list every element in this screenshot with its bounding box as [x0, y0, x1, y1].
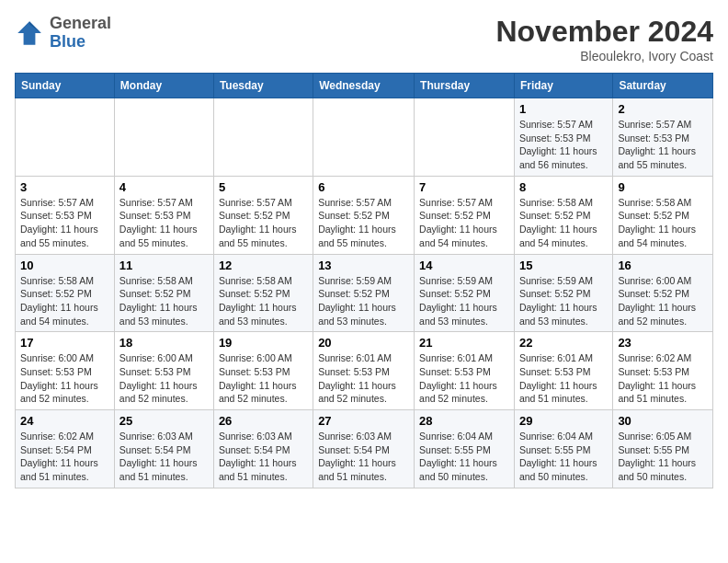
day-info: Sunrise: 5:58 AMSunset: 5:52 PMDaylight:…	[219, 274, 308, 328]
header-row: SundayMondayTuesdayWednesdayThursdayFrid…	[16, 74, 713, 98]
day-number: 25	[119, 414, 209, 428]
day-info: Sunrise: 5:57 AMSunset: 5:53 PMDaylight:…	[20, 196, 109, 250]
day-info: Sunrise: 6:05 AMSunset: 5:55 PMDaylight:…	[618, 430, 708, 484]
calendar-cell: 18Sunrise: 6:00 AMSunset: 5:53 PMDayligh…	[114, 332, 213, 410]
day-number: 1	[519, 102, 608, 116]
calendar-cell: 23Sunrise: 6:02 AMSunset: 5:53 PMDayligh…	[613, 332, 713, 410]
week-row-2: 3Sunrise: 5:57 AMSunset: 5:53 PMDaylight…	[16, 176, 713, 254]
day-number: 5	[219, 180, 308, 194]
col-header-monday: Monday	[114, 74, 213, 98]
day-info: Sunrise: 6:02 AMSunset: 5:54 PMDaylight:…	[20, 430, 109, 484]
calendar-cell: 3Sunrise: 5:57 AMSunset: 5:53 PMDaylight…	[16, 176, 115, 254]
day-number: 7	[419, 180, 509, 194]
day-info: Sunrise: 6:02 AMSunset: 5:53 PMDaylight:…	[618, 351, 708, 406]
calendar-cell: 15Sunrise: 5:59 AMSunset: 5:52 PMDayligh…	[514, 254, 612, 332]
day-number: 24	[20, 414, 109, 428]
calendar-cell: 28Sunrise: 6:04 AMSunset: 5:55 PMDayligh…	[415, 410, 515, 488]
day-info: Sunrise: 6:01 AMSunset: 5:53 PMDaylight:…	[519, 351, 608, 406]
day-number: 8	[519, 180, 608, 194]
calendar-cell: 2Sunrise: 5:57 AMSunset: 5:53 PMDaylight…	[613, 98, 713, 177]
day-number: 16	[618, 259, 708, 272]
page-header: General Blue November 2024 Bleoulekro, I…	[15, 15, 713, 63]
logo: General Blue	[15, 15, 111, 52]
title-block: November 2024 Bleoulekro, Ivory Coast	[495, 15, 713, 63]
day-info: Sunrise: 5:58 AMSunset: 5:52 PMDaylight:…	[20, 274, 109, 328]
day-number: 11	[119, 259, 209, 272]
day-number: 22	[519, 336, 608, 350]
calendar-body: 1Sunrise: 5:57 AMSunset: 5:53 PMDaylight…	[16, 98, 713, 488]
calendar-cell	[114, 98, 213, 177]
calendar-cell: 11Sunrise: 5:58 AMSunset: 5:52 PMDayligh…	[114, 254, 213, 332]
day-info: Sunrise: 5:57 AMSunset: 5:53 PMDaylight:…	[618, 118, 708, 172]
day-number: 4	[119, 180, 209, 194]
week-row-1: 1Sunrise: 5:57 AMSunset: 5:53 PMDaylight…	[16, 98, 713, 177]
day-number: 15	[519, 259, 608, 272]
day-info: Sunrise: 6:03 AMSunset: 5:54 PMDaylight:…	[318, 430, 409, 484]
col-header-saturday: Saturday	[613, 74, 713, 98]
day-info: Sunrise: 5:57 AMSunset: 5:53 PMDaylight:…	[519, 118, 608, 172]
day-number: 30	[618, 414, 708, 428]
col-header-thursday: Thursday	[415, 74, 515, 98]
location: Bleoulekro, Ivory Coast	[495, 49, 713, 63]
calendar-cell: 20Sunrise: 6:01 AMSunset: 5:53 PMDayligh…	[313, 332, 415, 410]
day-info: Sunrise: 6:03 AMSunset: 5:54 PMDaylight:…	[119, 430, 209, 484]
calendar-cell: 6Sunrise: 5:57 AMSunset: 5:52 PMDaylight…	[313, 176, 415, 254]
day-info: Sunrise: 5:58 AMSunset: 5:52 PMDaylight:…	[119, 274, 209, 328]
day-info: Sunrise: 6:01 AMSunset: 5:53 PMDaylight:…	[318, 351, 409, 406]
calendar-header: SundayMondayTuesdayWednesdayThursdayFrid…	[16, 74, 713, 98]
calendar-cell: 21Sunrise: 6:01 AMSunset: 5:53 PMDayligh…	[415, 332, 515, 410]
day-info: Sunrise: 5:59 AMSunset: 5:52 PMDaylight:…	[419, 274, 509, 328]
day-number: 14	[419, 259, 509, 272]
day-number: 2	[618, 102, 708, 116]
day-info: Sunrise: 6:04 AMSunset: 5:55 PMDaylight:…	[519, 430, 608, 484]
calendar-cell: 17Sunrise: 6:00 AMSunset: 5:53 PMDayligh…	[16, 332, 115, 410]
calendar-cell: 14Sunrise: 5:59 AMSunset: 5:52 PMDayligh…	[415, 254, 515, 332]
calendar-cell: 8Sunrise: 5:58 AMSunset: 5:52 PMDaylight…	[514, 176, 612, 254]
calendar-cell: 24Sunrise: 6:02 AMSunset: 5:54 PMDayligh…	[16, 410, 115, 488]
day-number: 29	[519, 414, 608, 428]
day-number: 28	[419, 414, 509, 428]
day-number: 12	[219, 259, 308, 272]
day-number: 26	[219, 414, 308, 428]
day-number: 3	[20, 180, 109, 194]
month-year: November 2024	[495, 15, 713, 49]
day-number: 19	[219, 336, 308, 350]
calendar-cell	[313, 98, 415, 177]
calendar-cell	[213, 98, 313, 177]
week-row-4: 17Sunrise: 6:00 AMSunset: 5:53 PMDayligh…	[16, 332, 713, 410]
calendar-cell: 9Sunrise: 5:58 AMSunset: 5:52 PMDaylight…	[613, 176, 713, 254]
calendar-cell: 30Sunrise: 6:05 AMSunset: 5:55 PMDayligh…	[613, 410, 713, 488]
day-number: 10	[20, 259, 109, 272]
col-header-friday: Friday	[514, 74, 612, 98]
calendar-table: SundayMondayTuesdayWednesdayThursdayFrid…	[15, 73, 713, 488]
logo-icon	[15, 18, 44, 48]
day-number: 18	[119, 336, 209, 350]
calendar-cell: 26Sunrise: 6:03 AMSunset: 5:54 PMDayligh…	[213, 410, 313, 488]
day-info: Sunrise: 5:59 AMSunset: 5:52 PMDaylight:…	[318, 274, 409, 328]
calendar-cell: 29Sunrise: 6:04 AMSunset: 5:55 PMDayligh…	[514, 410, 612, 488]
calendar-cell: 10Sunrise: 5:58 AMSunset: 5:52 PMDayligh…	[16, 254, 115, 332]
day-info: Sunrise: 5:59 AMSunset: 5:52 PMDaylight:…	[519, 274, 608, 328]
day-info: Sunrise: 5:57 AMSunset: 5:53 PMDaylight:…	[119, 196, 209, 250]
calendar-cell: 27Sunrise: 6:03 AMSunset: 5:54 PMDayligh…	[313, 410, 415, 488]
svg-marker-0	[17, 21, 41, 45]
calendar-cell: 25Sunrise: 6:03 AMSunset: 5:54 PMDayligh…	[114, 410, 213, 488]
day-info: Sunrise: 6:03 AMSunset: 5:54 PMDaylight:…	[219, 430, 308, 484]
week-row-5: 24Sunrise: 6:02 AMSunset: 5:54 PMDayligh…	[16, 410, 713, 488]
calendar-cell	[415, 98, 515, 177]
day-info: Sunrise: 5:58 AMSunset: 5:52 PMDaylight:…	[519, 196, 608, 250]
calendar-cell: 7Sunrise: 5:57 AMSunset: 5:52 PMDaylight…	[415, 176, 515, 254]
calendar-cell: 13Sunrise: 5:59 AMSunset: 5:52 PMDayligh…	[313, 254, 415, 332]
col-header-tuesday: Tuesday	[213, 74, 313, 98]
day-number: 6	[318, 180, 409, 194]
day-number: 20	[318, 336, 409, 350]
calendar-cell: 12Sunrise: 5:58 AMSunset: 5:52 PMDayligh…	[213, 254, 313, 332]
day-number: 9	[618, 180, 708, 194]
day-number: 13	[318, 259, 409, 272]
day-info: Sunrise: 6:00 AMSunset: 5:52 PMDaylight:…	[618, 274, 708, 328]
day-info: Sunrise: 6:00 AMSunset: 5:53 PMDaylight:…	[119, 351, 209, 406]
calendar-cell	[16, 98, 115, 177]
day-info: Sunrise: 6:00 AMSunset: 5:53 PMDaylight:…	[20, 351, 109, 406]
day-number: 27	[318, 414, 409, 428]
calendar-cell: 19Sunrise: 6:00 AMSunset: 5:53 PMDayligh…	[213, 332, 313, 410]
